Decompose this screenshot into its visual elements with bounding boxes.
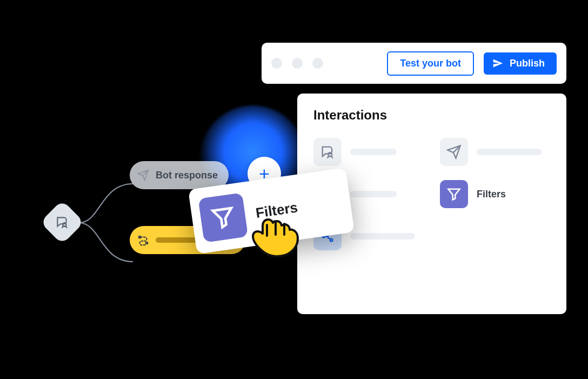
- flow-start-node[interactable]: [40, 200, 84, 244]
- chat-person-icon: [313, 138, 342, 166]
- bot-response-node[interactable]: Bot response: [130, 161, 229, 189]
- svg-point-4: [330, 239, 333, 242]
- connector-lines: [74, 181, 138, 265]
- chat-person-icon: [55, 215, 69, 229]
- send-icon: [492, 58, 503, 69]
- paper-plane-icon: [137, 169, 149, 181]
- funnel-icon: [440, 180, 468, 208]
- placeholder-dot: [312, 58, 323, 69]
- placeholder-label: [350, 191, 397, 197]
- interaction-chat[interactable]: [313, 138, 424, 166]
- dragged-card-label: Filters: [255, 199, 299, 222]
- placeholder-label: [350, 233, 415, 240]
- placeholder-label: [477, 149, 542, 155]
- bot-response-label: Bot response: [156, 170, 218, 181]
- toolbar: Test your bot Publish: [262, 43, 566, 84]
- interaction-send[interactable]: [440, 138, 550, 166]
- panel-title: Interactions: [313, 108, 550, 123]
- placeholder-dot: [271, 58, 282, 69]
- placeholder-label: [350, 149, 397, 155]
- interaction-filters-label: Filters: [477, 189, 506, 200]
- placeholder-dot: [292, 58, 303, 69]
- interaction-filters[interactable]: Filters: [440, 180, 550, 208]
- paper-plane-icon: [440, 138, 468, 166]
- publish-label: Publish: [510, 58, 545, 69]
- svg-point-7: [146, 242, 148, 244]
- path-icon: [137, 234, 149, 246]
- funnel-icon: [198, 192, 249, 243]
- publish-button[interactable]: Publish: [484, 52, 557, 75]
- test-bot-button[interactable]: Test your bot: [387, 51, 474, 76]
